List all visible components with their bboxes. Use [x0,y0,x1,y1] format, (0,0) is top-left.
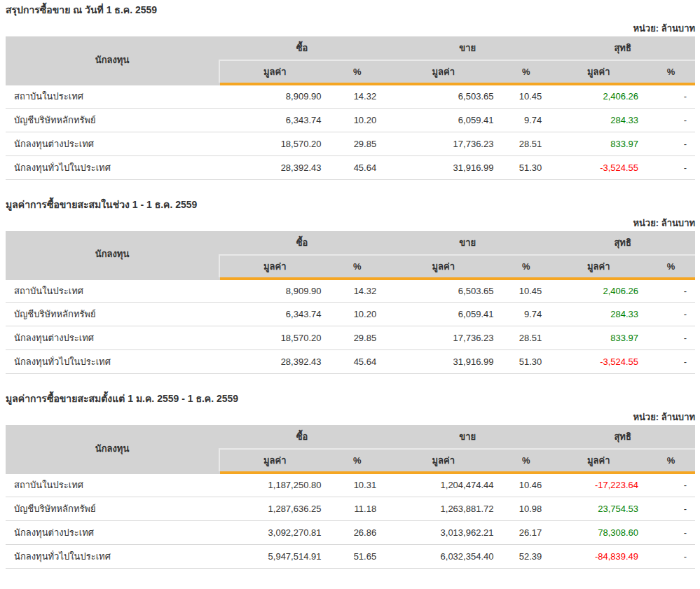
sell-percent-cell: 28.51 [502,326,550,350]
net-percent-cell: - [647,132,695,155]
col-header-net: สุทธิ [550,231,695,255]
investor-name: บัญชีบริษัทหลักทรัพย์ [6,303,219,326]
buy-percent-cell: 14.32 [329,279,385,303]
col-header-buy-percent: % [329,449,385,473]
investor-name: นักลงทุนทั่วไปในประเทศ [6,155,219,179]
investor-name: นักลงทุนต่างประเทศ [6,326,219,350]
market-summary-page: สรุปการซื้อขาย ณ วันที่ 1 ธ.ค. 2559 หน่ว… [0,0,700,577]
net-value-cell: -3,524.55 [550,155,647,179]
unit-label: หน่วย: ล้านบาท [6,218,695,229]
buy-percent-cell: 29.85 [329,132,385,155]
col-header-buy-value: มูลค่า [219,255,329,279]
buy-percent-cell: 26.86 [329,520,385,544]
investor-name: บัญชีบริษัทหลักทรัพย์ [6,108,219,132]
col-header-buy-percent: % [329,255,385,279]
net-percent-cell: - [647,326,695,350]
buy-value-cell: 1,187,250.80 [219,473,329,497]
table-row: นักลงทุนต่างประเทศ 18,570.20 29.85 17,73… [6,326,695,350]
col-header-sell: ขาย [385,36,550,60]
sell-percent-cell: 51.30 [502,155,550,179]
col-header-buy-value: มูลค่า [219,60,329,84]
col-header-sell: ขาย [385,231,550,255]
table-header: นักลงทุน ซื้อ ขาย สุทธิ มูลค่า % มูลค่า … [6,231,695,279]
col-header-sell: ขาย [385,425,550,449]
net-value-cell: 2,406.26 [550,84,647,108]
buy-value-cell: 28,392.43 [219,350,329,374]
header-group-row: นักลงทุน ซื้อ ขาย สุทธิ [6,231,695,255]
sell-percent-cell: 10.98 [502,497,550,520]
sell-value-cell: 1,204,474.44 [385,473,502,497]
sell-percent-cell: 28.51 [502,132,550,155]
table-body: สถาบันในประเทศ 8,909.90 14.32 6,503.65 1… [6,279,695,374]
header-group-row: นักลงทุน ซื้อ ขาย สุทธิ [6,36,695,60]
section-title: สรุปการซื้อขาย ณ วันที่ 1 ธ.ค. 2559 [6,4,695,16]
header-group-row: นักลงทุน ซื้อ ขาย สุทธิ [6,425,695,449]
sell-percent-cell: 52.39 [502,544,550,568]
net-value-cell: -17,223.64 [550,473,647,497]
net-percent-cell: - [647,544,695,568]
buy-value-cell: 18,570.20 [219,326,329,350]
sell-percent-cell: 9.74 [502,303,550,326]
col-header-buy: ซื้อ [219,425,385,449]
sell-value-cell: 6,059.41 [385,108,502,132]
col-header-net-value: มูลค่า [550,449,647,473]
col-header-buy: ซื้อ [219,231,385,255]
table-row: สถาบันในประเทศ 1,187,250.80 10.31 1,204,… [6,473,695,497]
sell-percent-cell: 10.45 [502,279,550,303]
col-header-sell-percent: % [502,449,550,473]
net-percent-cell: - [647,108,695,132]
sell-percent-cell: 9.74 [502,108,550,132]
section-title: มูลค่าการซื้อขายสะสมตั้งแต่ 1 ม.ค. 2559 … [6,392,695,405]
sell-value-cell: 3,013,962.21 [385,520,502,544]
net-value-cell: -3,524.55 [550,350,647,374]
buy-value-cell: 6,343.74 [219,303,329,326]
net-value-cell: -84,839.49 [550,544,647,568]
buy-percent-cell: 45.64 [329,350,385,374]
unit-label: หน่วย: ล้านบาท [6,412,695,423]
trading-summary-section: มูลค่าการซื้อขายสะสมตั้งแต่ 1 ม.ค. 2559 … [6,392,695,569]
net-percent-cell: - [647,155,695,179]
buy-value-cell: 28,392.43 [219,155,329,179]
sell-value-cell: 17,736.23 [385,132,502,155]
investor-name: บัญชีบริษัทหลักทรัพย์ [6,497,219,520]
net-percent-cell: - [647,497,695,520]
sell-value-cell: 17,736.23 [385,326,502,350]
col-header-sell-percent: % [502,255,550,279]
col-header-net-value: มูลค่า [550,60,647,84]
sell-percent-cell: 10.45 [502,84,550,108]
investor-summary-table: นักลงทุน ซื้อ ขาย สุทธิ มูลค่า % มูลค่า … [6,36,695,180]
col-header-sell-percent: % [502,60,550,84]
sell-percent-cell: 26.17 [502,520,550,544]
sell-percent-cell: 51.30 [502,350,550,374]
col-header-buy: ซื้อ [219,36,385,60]
buy-percent-cell: 45.64 [329,155,385,179]
col-header-net-percent: % [647,60,695,84]
buy-value-cell: 8,909.90 [219,84,329,108]
buy-percent-cell: 10.20 [329,303,385,326]
buy-percent-cell: 29.85 [329,326,385,350]
investor-name: นักลงทุนต่างประเทศ [6,132,219,155]
buy-percent-cell: 51.65 [329,544,385,568]
sell-value-cell: 1,263,881.72 [385,497,502,520]
buy-value-cell: 8,909.90 [219,279,329,303]
net-value-cell: 284.33 [550,108,647,132]
investor-name: นักลงทุนทั่วไปในประเทศ [6,544,219,568]
col-header-net: สุทธิ [550,425,695,449]
net-value-cell: 23,754.53 [550,497,647,520]
col-header-net-value: มูลค่า [550,255,647,279]
sell-value-cell: 31,916.99 [385,155,502,179]
net-value-cell: 2,406.26 [550,279,647,303]
buy-value-cell: 18,570.20 [219,132,329,155]
table-row: สถาบันในประเทศ 8,909.90 14.32 6,503.65 1… [6,84,695,108]
table-row: บัญชีบริษัทหลักทรัพย์ 1,287,636.25 11.18… [6,497,695,520]
buy-percent-cell: 10.31 [329,473,385,497]
col-header-investor: นักลงทุน [6,425,219,473]
table-body: สถาบันในประเทศ 1,187,250.80 10.31 1,204,… [6,473,695,568]
net-value-cell: 78,308.60 [550,520,647,544]
table-header: นักลงทุน ซื้อ ขาย สุทธิ มูลค่า % มูลค่า … [6,36,695,84]
net-percent-cell: - [647,520,695,544]
investor-name: สถาบันในประเทศ [6,84,219,108]
investor-name: สถาบันในประเทศ [6,473,219,497]
col-header-buy-value: มูลค่า [219,449,329,473]
unit-label: หน่วย: ล้านบาท [6,23,695,34]
